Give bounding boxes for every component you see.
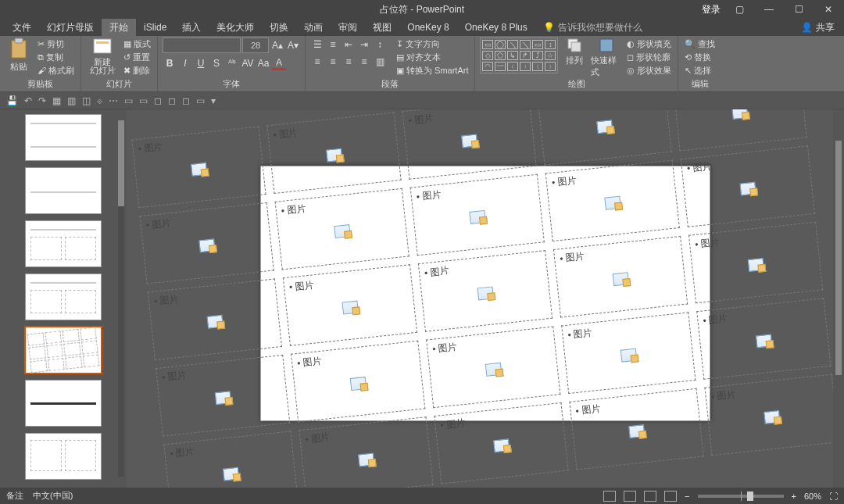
close-icon[interactable]: ✕	[817, 0, 839, 19]
picture-placeholder[interactable]: • 图片	[704, 374, 839, 456]
qat-icon-3[interactable]: ◫	[82, 95, 91, 106]
zoom-out-icon[interactable]: −	[685, 491, 689, 501]
normal-view-icon[interactable]	[603, 491, 616, 502]
thumbnail-4[interactable]	[25, 273, 102, 320]
picture-placeholder[interactable]: • 图片	[426, 327, 560, 409]
tab-slidemaster[interactable]: 幻灯片母版	[39, 19, 102, 36]
spacing-button[interactable]: AV	[241, 56, 255, 70]
picture-placeholder[interactable]: • 图片	[681, 145, 815, 227]
undo-icon[interactable]: ↶	[24, 95, 32, 106]
increase-font-icon[interactable]: A▴	[270, 38, 284, 52]
justify-button[interactable]: ≡	[357, 55, 371, 69]
maximize-icon[interactable]: ☐	[788, 0, 810, 19]
slide-canvas[interactable]: • 图片• 图片• 图片• 图片• 图片• 图片• 图片• 图片• 图片• 图片…	[127, 109, 844, 488]
thumbnail-2[interactable]	[25, 167, 102, 214]
shadow-button[interactable]: ᴬᵇ	[225, 56, 239, 70]
picture-placeholder[interactable]: • 图片	[283, 264, 417, 346]
tab-islide[interactable]: iSlide	[136, 19, 174, 36]
paste-button[interactable]: 粘贴	[5, 38, 33, 73]
ribbon-display-icon[interactable]: ▢	[728, 0, 750, 19]
slideshow-view-icon[interactable]	[664, 491, 677, 502]
qat-icon-7[interactable]: ▭	[139, 95, 148, 106]
picture-placeholder[interactable]: • 图片	[672, 109, 806, 151]
thumbnail-6[interactable]	[25, 380, 102, 427]
format-painter-button[interactable]: 🖌格式刷	[36, 64, 76, 77]
save-icon[interactable]: 💾	[6, 95, 18, 106]
picture-placeholder[interactable]: • 图片	[418, 250, 553, 332]
shape-outline-button[interactable]: ◻形状轮廓	[625, 51, 673, 63]
tab-beautify[interactable]: 美化大师	[209, 19, 262, 36]
zoom-in-icon[interactable]: +	[792, 491, 796, 501]
minimize-icon[interactable]: —	[758, 0, 780, 19]
smartart-button[interactable]: ▣转换为 SmartArt	[395, 64, 470, 77]
font-color-button[interactable]: A	[272, 56, 286, 70]
picture-placeholder[interactable]: • 图片	[434, 402, 568, 484]
columns-button[interactable]: ▥	[373, 55, 387, 69]
align-left-button[interactable]: ≡	[310, 55, 324, 69]
select-button[interactable]: ↖选择	[683, 64, 717, 77]
sorter-view-icon[interactable]	[624, 491, 636, 502]
picture-placeholder[interactable]: • 图片	[299, 416, 433, 488]
thumbnail-5[interactable]	[25, 327, 102, 374]
tab-onekey8[interactable]: OneKey 8	[399, 19, 456, 36]
qat-icon-12[interactable]: ▾	[211, 95, 216, 106]
picture-placeholder[interactable]: • 图片	[266, 112, 401, 194]
layout-button[interactable]: ▦版式	[122, 38, 152, 50]
canvas-scrollbar[interactable]	[833, 109, 844, 488]
indent-inc-button[interactable]: ⇥	[357, 38, 371, 52]
arrange-button[interactable]: 排列	[561, 38, 588, 66]
tab-home[interactable]: 开始	[102, 19, 136, 36]
indent-dec-button[interactable]: ⇤	[342, 38, 356, 52]
shapes-gallery[interactable]: ▭◯＼＼▭↕ ◇⬠↳↱⤴☆ ◠〰﹙﹚﹛﹜	[480, 38, 558, 73]
shape-effects-button[interactable]: ◎形状效果	[625, 64, 673, 77]
bullets-button[interactable]: ☰	[310, 38, 324, 52]
quick-styles-button[interactable]: 快速样式	[591, 38, 622, 78]
qat-icon-4[interactable]: ⟐	[97, 95, 102, 106]
language-indicator[interactable]: 中文(中国)	[33, 490, 73, 502]
reading-view-icon[interactable]	[644, 491, 656, 502]
redo-icon[interactable]: ↷	[38, 95, 46, 106]
thumbnails-scrollbar[interactable]	[116, 109, 127, 488]
text-direction-button[interactable]: ↧文字方向	[395, 38, 470, 50]
align-right-button[interactable]: ≡	[342, 55, 356, 69]
replace-button[interactable]: ⟲替换	[683, 51, 717, 63]
align-text-button[interactable]: ▤对齐文本	[395, 51, 470, 63]
notes-button[interactable]: 备注	[6, 490, 23, 502]
find-button[interactable]: 🔍查找	[683, 38, 717, 50]
picture-placeholder[interactable]: • 图片	[163, 431, 298, 488]
underline-button[interactable]: U	[194, 56, 208, 70]
tab-animation[interactable]: 动画	[296, 19, 331, 36]
thumbnail-7[interactable]	[25, 433, 102, 480]
copy-button[interactable]: ⧉复制	[36, 51, 76, 63]
picture-placeholder[interactable]: • 图片	[561, 312, 696, 394]
picture-placeholder[interactable]: • 图片	[291, 341, 425, 423]
zoom-slider[interactable]	[698, 495, 784, 498]
tell-me-input[interactable]: 💡 告诉我你想要做什么	[543, 19, 642, 36]
picture-placeholder[interactable]: • 图片	[156, 355, 290, 437]
cut-button[interactable]: ✂剪切	[36, 38, 76, 50]
zoom-level[interactable]: 60%	[804, 491, 821, 501]
reset-button[interactable]: ↺重置	[122, 51, 152, 63]
tab-insert[interactable]: 插入	[174, 19, 209, 36]
qat-icon-8[interactable]: ◻	[154, 95, 162, 106]
italic-button[interactable]: I	[178, 56, 192, 70]
new-slide-button[interactable]: 新建 幻灯片	[86, 38, 119, 75]
share-button[interactable]: 👤 共享	[792, 19, 844, 36]
picture-placeholder[interactable]: • 图片	[131, 127, 266, 209]
delete-button[interactable]: ✖删除	[122, 64, 152, 77]
numbering-button[interactable]: ≡	[326, 38, 340, 52]
picture-placeholder[interactable]: • 图片	[140, 202, 274, 284]
tab-file[interactable]: 文件	[5, 19, 39, 36]
font-family-select[interactable]	[163, 38, 241, 53]
picture-placeholder[interactable]: • 图片	[537, 109, 671, 166]
picture-placeholder[interactable]: • 图片	[410, 174, 545, 256]
qat-icon-1[interactable]: ▦	[52, 95, 61, 106]
font-size-select[interactable]: 28	[242, 38, 269, 53]
thumbnail-1[interactable]	[25, 114, 102, 161]
thumbnail-3[interactable]	[25, 220, 102, 267]
bold-button[interactable]: B	[163, 56, 177, 70]
linespace-button[interactable]: ↕	[373, 38, 387, 52]
picture-placeholder[interactable]: • 图片	[545, 159, 680, 241]
picture-placeholder[interactable]: • 图片	[553, 236, 688, 318]
case-button[interactable]: Aa	[256, 56, 270, 70]
